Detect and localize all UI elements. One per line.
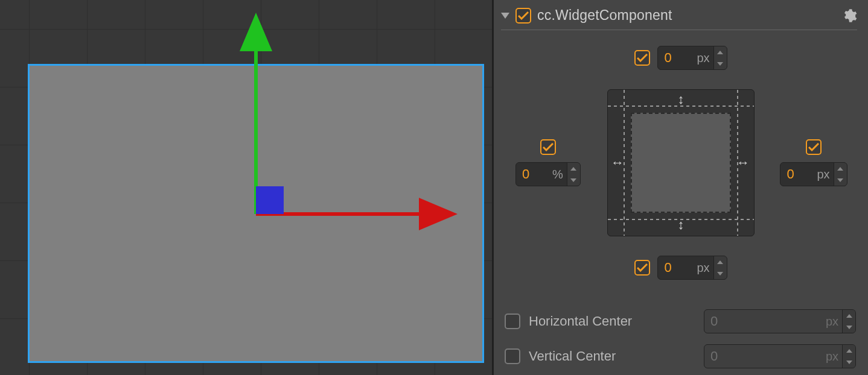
step-down-icon[interactable] xyxy=(843,321,855,333)
anchor-top-input[interactable]: 0 px xyxy=(657,46,727,70)
axis-y-arrow-icon[interactable] xyxy=(240,13,272,51)
anchor-right-group: 0 px xyxy=(759,139,868,186)
anchor-top-group: 0 px xyxy=(602,46,759,70)
divider xyxy=(501,30,857,30)
step-down-icon[interactable] xyxy=(714,268,727,279)
anchor-bottom-group: 0 px xyxy=(602,256,759,280)
step-down-icon[interactable] xyxy=(567,174,580,186)
axis-x-arrow-icon[interactable] xyxy=(419,198,458,230)
horizontal-center-value[interactable]: 0 xyxy=(704,314,826,329)
component-enabled-checkbox[interactable] xyxy=(515,8,531,24)
anchor-top-checkbox[interactable] xyxy=(634,50,650,66)
step-up-icon[interactable] xyxy=(567,163,580,174)
vertical-center-unit: px xyxy=(826,350,842,364)
anchor-left-group: 0 % xyxy=(494,139,602,186)
vertical-center-label: Vertical Center xyxy=(529,348,695,364)
resize-horizontal-icon: ↔ xyxy=(611,156,624,169)
vertical-center-value[interactable]: 0 xyxy=(704,348,826,364)
step-down-icon[interactable] xyxy=(834,174,847,186)
anchor-diagram: ↕ ↕ ↔ ↔ xyxy=(607,89,755,236)
anchor-bottom-stepper[interactable] xyxy=(713,256,727,279)
step-up-icon[interactable] xyxy=(714,46,727,58)
anchor-right-value[interactable]: 0 xyxy=(780,166,817,182)
anchor-top-unit: px xyxy=(697,51,713,65)
horizontal-center-input[interactable]: 0 px xyxy=(704,309,856,333)
step-up-icon[interactable] xyxy=(843,310,855,321)
anchor-right-input[interactable]: 0 px xyxy=(780,162,847,186)
component-title: cc.WidgetComponent xyxy=(537,7,835,24)
scene-view[interactable] xyxy=(0,0,494,375)
widget-anchor-grid: 0 px 0 % xyxy=(494,40,868,286)
step-up-icon[interactable] xyxy=(843,345,855,356)
anchor-left-unit: % xyxy=(552,168,567,181)
anchor-left-stepper[interactable] xyxy=(567,163,580,186)
step-up-icon[interactable] xyxy=(834,163,847,174)
axis-origin-handle[interactable] xyxy=(256,186,284,214)
disclosure-triangle-icon[interactable] xyxy=(501,13,509,19)
step-up-icon[interactable] xyxy=(714,256,727,268)
horizontal-center-stepper[interactable] xyxy=(842,310,855,333)
resize-vertical-icon: ↕ xyxy=(678,93,685,106)
anchor-right-checkbox[interactable] xyxy=(806,139,822,155)
anchor-diagram-inner xyxy=(631,113,731,213)
horizontal-center-unit: px xyxy=(826,315,842,329)
vertical-center-stepper[interactable] xyxy=(842,345,855,368)
anchor-bottom-checkbox[interactable] xyxy=(634,260,650,276)
step-down-icon[interactable] xyxy=(714,58,727,69)
anchor-top-stepper[interactable] xyxy=(713,46,727,69)
anchor-bottom-value[interactable]: 0 xyxy=(658,260,697,276)
anchor-left-checkbox[interactable] xyxy=(540,139,556,155)
resize-vertical-icon: ↕ xyxy=(678,218,685,232)
anchor-bottom-input[interactable]: 0 px xyxy=(657,256,727,280)
vertical-center-input[interactable]: 0 px xyxy=(704,344,856,368)
horizontal-center-checkbox[interactable] xyxy=(505,314,520,329)
step-down-icon[interactable] xyxy=(843,356,855,368)
anchor-top-value[interactable]: 0 xyxy=(658,50,697,66)
inspector-panel: cc.WidgetComponent 0 px xyxy=(494,0,868,375)
anchor-right-stepper[interactable] xyxy=(834,163,847,186)
center-alignment-group: Horizontal Center 0 px Vertical Center 0… xyxy=(494,304,868,374)
anchor-right-unit: px xyxy=(817,168,833,181)
anchor-bottom-unit: px xyxy=(697,261,713,275)
gear-icon[interactable] xyxy=(841,8,857,24)
vertical-center-checkbox[interactable] xyxy=(505,348,520,364)
anchor-left-input[interactable]: 0 % xyxy=(515,162,581,186)
component-header: cc.WidgetComponent xyxy=(494,0,868,30)
resize-horizontal-icon: ↔ xyxy=(736,156,750,169)
horizontal-center-row: Horizontal Center 0 px xyxy=(505,304,856,339)
vertical-center-row: Vertical Center 0 px xyxy=(505,339,856,374)
anchor-left-value[interactable]: 0 xyxy=(516,166,552,182)
horizontal-center-label: Horizontal Center xyxy=(529,314,695,329)
